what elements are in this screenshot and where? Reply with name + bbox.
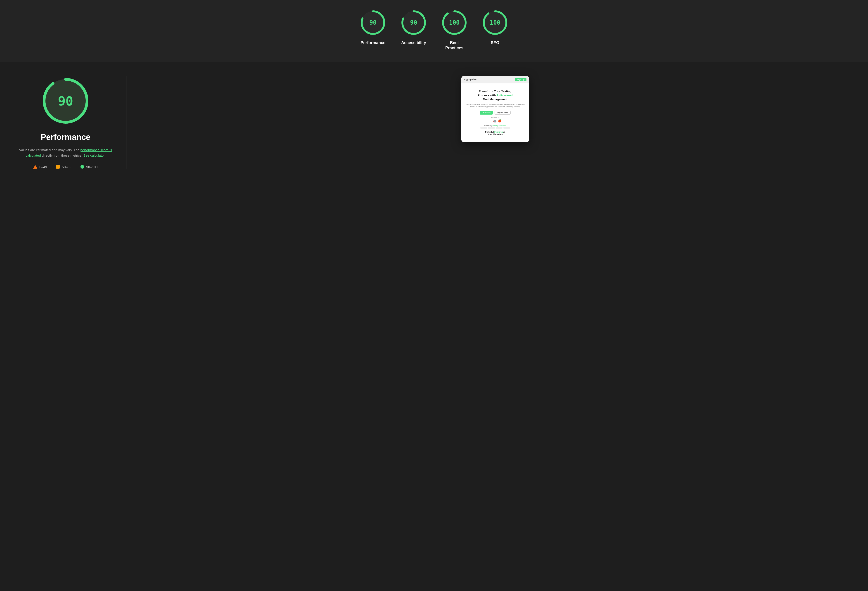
mockup-hero-title: Transform Your TestingProcess with AI-Po…	[465, 89, 526, 102]
mockup-chosen: Chosen by Industry Innovators	[465, 125, 526, 126]
mockup-signup-button[interactable]: Sign Up	[515, 78, 527, 81]
detail-section: 90 Performance Values are estimated and …	[0, 62, 868, 183]
logo-placeholder-2	[488, 127, 495, 128]
features-highlight: Features	[495, 131, 503, 133]
score-item-performance: 90 Performance	[359, 9, 387, 46]
large-gauge-performance: 90	[41, 76, 90, 126]
legend-circle-icon	[80, 165, 84, 169]
score-description: Values are estimated and may vary. The p…	[18, 147, 113, 158]
legend-mid-range: 50–89	[62, 165, 71, 169]
mockup-features: Powerful Features atYour Fingertips	[465, 131, 526, 136]
score-item-best-practices: 100 BestPractices	[441, 9, 468, 51]
legend-square-icon	[56, 165, 60, 169]
mockup-get-started-btn[interactable]: Get Started	[480, 111, 493, 115]
mockup-platforms-icons: 🖥 🤖 🍎	[465, 119, 526, 122]
android-icon: 🤖	[493, 119, 497, 122]
logo-placeholder-1	[480, 127, 487, 128]
gauge-accessibility: 90	[400, 9, 427, 36]
score-value-best-practices: 100	[449, 19, 460, 26]
desc-text-mid: directly from these metrics.	[41, 153, 83, 157]
mockup-request-demo-btn[interactable]: Request Demo	[495, 111, 511, 115]
mockup-logos	[465, 127, 526, 128]
scores-row: 90 Performance 90 Accessibility	[359, 9, 509, 51]
right-panel: ≡ △ oyetest Sign Up Transform Your Testi…	[140, 76, 850, 142]
desc-text-start: Values are estimated and may vary. The	[19, 148, 80, 152]
mockup-chosen-highlight: Industry Innovators	[492, 125, 506, 126]
legend-mid: 50–89	[56, 165, 71, 169]
mockup-logo: ≡ △ oyetest	[464, 78, 513, 81]
score-label-best-practices: BestPractices	[445, 40, 464, 51]
mockup-highlight: AI-Powered	[496, 94, 513, 97]
gauge-performance: 90	[359, 9, 387, 36]
score-item-accessibility: 90 Accessibility	[400, 9, 427, 46]
mockup-buttons: Get Started Request Demo	[465, 111, 526, 115]
score-value-seo: 100	[490, 19, 500, 26]
large-score-value: 90	[58, 93, 73, 108]
legend-high: 90–100	[80, 165, 97, 169]
legend-low: 0–49	[34, 165, 47, 169]
left-panel: 90 Performance Values are estimated and …	[18, 76, 113, 169]
calculator-link[interactable]: See calculator.	[83, 153, 105, 157]
mockup-hero-desc: Oyetest removes the complexity of test m…	[465, 103, 526, 108]
vertical-divider	[127, 76, 127, 169]
score-legend: 0–49 50–89 90–100	[34, 165, 97, 169]
score-label-seo: SEO	[491, 40, 499, 46]
score-value-performance: 90	[369, 19, 376, 26]
scores-summary-section: 90 Performance 90 Accessibility	[0, 0, 868, 62]
score-label-accessibility: Accessibility	[401, 40, 426, 46]
mockup-content: Transform Your TestingProcess with AI-Po…	[461, 83, 529, 142]
score-label-performance: Performance	[360, 40, 385, 46]
browser-bar: ≡ △ oyetest Sign Up	[461, 76, 529, 83]
gauge-best-practices: 100	[441, 9, 468, 36]
score-item-seo: 100 SEO	[481, 9, 509, 46]
legend-high-range: 90–100	[86, 165, 97, 169]
main-content: 90 Performance Values are estimated and …	[18, 76, 850, 169]
apple-icon: 🍎	[498, 119, 501, 122]
gauge-seo: 100	[481, 9, 509, 36]
browser-mockup: ≡ △ oyetest Sign Up Transform Your Testi…	[461, 76, 529, 142]
logo-placeholder-4	[503, 127, 510, 128]
mockup-platforms-label: Available on	[465, 117, 526, 118]
score-value-accessibility: 90	[410, 19, 417, 26]
mockup-hero: Transform Your TestingProcess with AI-Po…	[465, 87, 526, 139]
main-score-title: Performance	[41, 133, 90, 142]
legend-triangle-icon	[34, 165, 37, 169]
legend-low-range: 0–49	[39, 165, 47, 169]
logo-placeholder-3	[496, 127, 502, 128]
monitor-icon: 🖥	[489, 119, 492, 122]
